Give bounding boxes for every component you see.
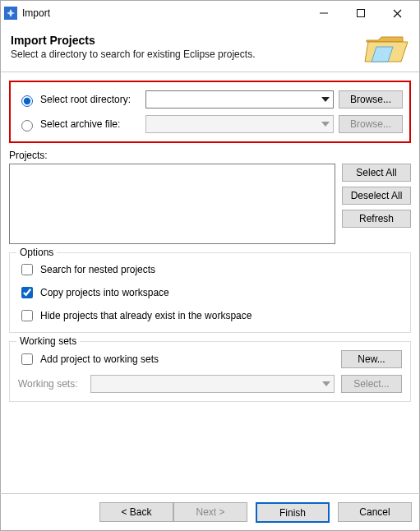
browse-archive-button: Browse...: [339, 115, 403, 133]
archive-file-combo: [145, 115, 334, 133]
deselect-all-button[interactable]: Deselect All: [342, 187, 411, 205]
working-sets-row-label: Working sets:: [18, 378, 84, 390]
copy-projects-checkbox[interactable]: Copy projects into workspace: [18, 284, 402, 301]
root-directory-combo[interactable]: [145, 90, 334, 109]
hide-existing-checkbox[interactable]: Hide projects that already exist in the …: [18, 307, 402, 324]
import-folder-icon: [363, 29, 409, 65]
next-button: Next >: [173, 502, 247, 522]
close-button[interactable]: [379, 2, 416, 25]
chevron-down-icon: [322, 381, 330, 386]
svg-marker-8: [321, 97, 330, 102]
svg-line-3: [394, 10, 401, 17]
source-selection-box: Select root directory: Browse... Select …: [9, 81, 411, 143]
working-sets-combo: [90, 375, 335, 393]
options-legend: Options: [16, 247, 57, 258]
banner-heading: Import Projects: [11, 34, 357, 47]
select-all-button[interactable]: Select All: [342, 164, 411, 182]
chevron-down-icon: [321, 97, 330, 102]
eclipse-app-icon: [4, 7, 17, 20]
nested-projects-checkbox[interactable]: Search for nested projects: [18, 261, 402, 278]
maximize-button[interactable]: [342, 2, 379, 25]
refresh-button[interactable]: Refresh: [342, 210, 411, 228]
options-group: Options Search for nested projects Copy …: [9, 252, 411, 333]
working-sets-group: Working sets Add project to working sets…: [9, 341, 411, 402]
select-working-set-button: Select...: [341, 375, 402, 393]
root-directory-label: Select root directory:: [40, 94, 131, 105]
working-sets-legend: Working sets: [16, 335, 80, 347]
banner-subtext: Select a directory to search for existin…: [11, 48, 357, 60]
archive-file-label: Select archive file:: [40, 118, 120, 130]
wizard-footer: < Back Next > Finish Cancel: [0, 493, 420, 531]
minimize-button[interactable]: [305, 2, 342, 25]
svg-marker-10: [322, 381, 330, 386]
projects-label: Projects:: [9, 150, 411, 161]
new-working-set-button[interactable]: New...: [341, 350, 402, 368]
title-bar: Import: [1, 1, 419, 25]
window-title: Import: [22, 7, 305, 19]
add-working-set-checkbox[interactable]: Add project to working sets: [18, 351, 159, 367]
back-button[interactable]: < Back: [99, 502, 173, 522]
finish-button[interactable]: Finish: [256, 502, 330, 523]
cancel-button[interactable]: Cancel: [338, 502, 412, 522]
svg-marker-5: [367, 37, 403, 42]
chevron-down-icon: [321, 122, 330, 127]
projects-list[interactable]: [9, 164, 335, 244]
archive-file-radio[interactable]: Select archive file:: [17, 118, 141, 132]
browse-root-button[interactable]: Browse...: [339, 90, 403, 109]
window-controls: [305, 2, 416, 25]
svg-line-4: [394, 10, 401, 17]
root-directory-radio[interactable]: Select root directory:: [17, 93, 141, 107]
wizard-banner: Import Projects Select a directory to se…: [1, 25, 419, 72]
svg-marker-9: [321, 122, 330, 127]
svg-rect-2: [357, 10, 364, 17]
